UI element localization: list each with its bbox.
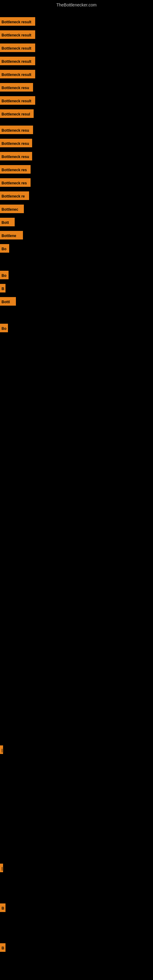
bottleneck-result-badge[interactable]: B (0, 904, 5, 912)
bottleneck-result-badge[interactable]: Bo (0, 324, 8, 332)
bottleneck-result-badge[interactable]: Bottleneck resu (0, 152, 32, 161)
site-title: TheBottlenecker.com (0, 2, 153, 7)
bottleneck-result-badge[interactable]: Bott (0, 218, 15, 226)
bottleneck-result-badge[interactable]: B (0, 284, 5, 293)
bottleneck-result-badge[interactable]: Bo (0, 271, 9, 279)
bottleneck-result-badge[interactable]: | (0, 745, 3, 754)
bottleneck-result-badge[interactable]: Bottleneck result (0, 43, 35, 52)
bottleneck-result-badge[interactable]: Bottleneck result (0, 70, 35, 78)
bottleneck-result-badge[interactable]: Bottleneck res (0, 178, 30, 187)
bottleneck-result-badge[interactable]: Bottlene (0, 231, 23, 240)
bottleneck-result-badge[interactable]: | (0, 864, 3, 872)
bottleneck-result-badge[interactable]: Bottleneck res (0, 165, 30, 173)
bottleneck-result-badge[interactable]: Bottleneck resu (0, 83, 33, 92)
bottleneck-result-badge[interactable]: Bottleneck result (0, 96, 35, 105)
bottleneck-result-badge[interactable]: Bottleneck resu (0, 139, 32, 147)
bottleneck-result-badge[interactable]: Bottleneck result (0, 57, 35, 65)
bottleneck-result-badge[interactable]: Bottleneck result (0, 30, 35, 39)
bottleneck-result-badge[interactable]: Bottleneck re (0, 191, 29, 200)
bottleneck-result-badge[interactable]: Bottleneck resul (0, 109, 33, 118)
bottleneck-result-badge[interactable]: Bottleneck result (0, 17, 35, 26)
bottleneck-result-badge[interactable]: B (0, 943, 5, 952)
bottleneck-result-badge[interactable]: Bottl (0, 297, 16, 305)
bottleneck-result-badge[interactable]: Bottlenec (0, 205, 24, 213)
bottleneck-result-badge[interactable]: Bottleneck resu (0, 126, 33, 134)
bottleneck-result-badge[interactable]: Bo (0, 244, 9, 253)
